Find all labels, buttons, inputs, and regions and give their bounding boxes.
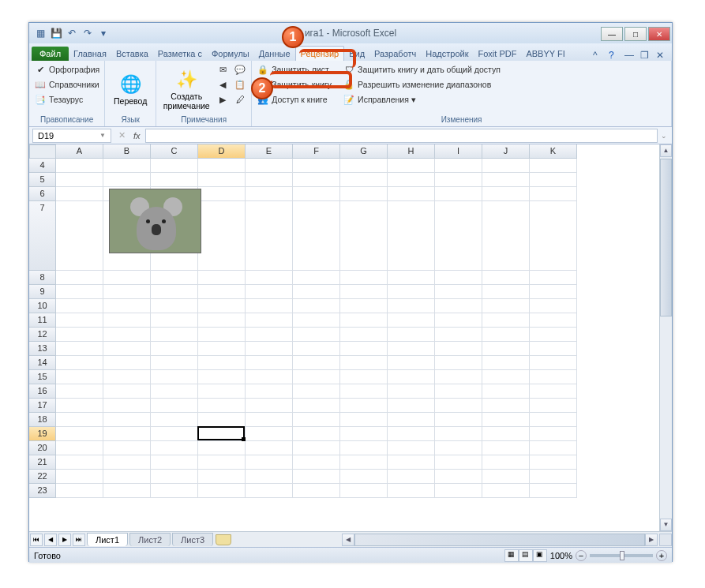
cell[interactable] bbox=[246, 399, 293, 413]
close-button[interactable]: ✕ bbox=[648, 27, 670, 41]
cell[interactable] bbox=[530, 313, 577, 328]
cell[interactable] bbox=[293, 271, 340, 285]
cell[interactable] bbox=[198, 187, 246, 201]
cell[interactable] bbox=[246, 173, 293, 187]
cell[interactable] bbox=[103, 370, 151, 384]
cell[interactable] bbox=[103, 470, 151, 484]
cell[interactable] bbox=[340, 427, 388, 441]
cell[interactable] bbox=[246, 187, 293, 201]
cell[interactable] bbox=[56, 201, 103, 271]
row-header-18[interactable]: 18 bbox=[29, 413, 56, 427]
cell[interactable] bbox=[103, 159, 151, 173]
cell[interactable] bbox=[435, 413, 482, 427]
expand-formula-icon[interactable]: ⌄ bbox=[661, 132, 672, 140]
cell[interactable] bbox=[530, 470, 577, 484]
cell[interactable] bbox=[151, 313, 198, 328]
scroll-up-button[interactable]: ▲ bbox=[660, 144, 672, 157]
cell[interactable] bbox=[246, 470, 293, 484]
cell[interactable] bbox=[56, 399, 103, 413]
cell[interactable] bbox=[340, 173, 388, 187]
cell[interactable] bbox=[56, 455, 103, 470]
next-comment-button[interactable]: ▶ bbox=[215, 92, 231, 107]
cell[interactable] bbox=[482, 299, 530, 313]
cell[interactable] bbox=[340, 313, 388, 328]
row-header-9[interactable]: 9 bbox=[29, 285, 56, 299]
cell[interactable] bbox=[482, 342, 530, 356]
cell[interactable] bbox=[103, 342, 151, 356]
hscroll-thumb[interactable] bbox=[354, 534, 645, 546]
cell[interactable] bbox=[56, 159, 103, 173]
cells-area[interactable] bbox=[56, 159, 659, 531]
cell[interactable] bbox=[56, 328, 103, 342]
cell[interactable] bbox=[246, 159, 293, 173]
cell[interactable] bbox=[435, 484, 482, 498]
cell[interactable] bbox=[198, 271, 246, 285]
cell[interactable] bbox=[103, 484, 151, 498]
minimize-button[interactable]: — bbox=[601, 27, 623, 41]
cell[interactable] bbox=[530, 455, 577, 470]
scroll-right-button[interactable]: ▶ bbox=[645, 534, 658, 546]
cell[interactable] bbox=[482, 159, 530, 173]
cell[interactable] bbox=[435, 328, 482, 342]
cell[interactable] bbox=[435, 427, 482, 441]
column-header-I[interactable]: I bbox=[435, 144, 482, 159]
cell[interactable] bbox=[482, 328, 530, 342]
cell[interactable] bbox=[151, 370, 198, 384]
cell[interactable] bbox=[198, 484, 246, 498]
cell[interactable] bbox=[435, 271, 482, 285]
cell[interactable] bbox=[340, 484, 388, 498]
cell[interactable] bbox=[388, 342, 435, 356]
cell[interactable] bbox=[340, 441, 388, 455]
cell[interactable] bbox=[56, 441, 103, 455]
cell[interactable] bbox=[293, 285, 340, 299]
cell[interactable] bbox=[198, 455, 246, 470]
delete-comment-button[interactable]: ✉ bbox=[215, 62, 231, 77]
cell[interactable] bbox=[293, 413, 340, 427]
cell[interactable] bbox=[482, 484, 530, 498]
cell[interactable] bbox=[151, 271, 198, 285]
help-icon[interactable]: ? bbox=[609, 50, 620, 61]
cell[interactable] bbox=[246, 342, 293, 356]
minimize-ribbon-icon[interactable]: ^ bbox=[593, 50, 604, 61]
row-header-19[interactable]: 19 bbox=[29, 427, 56, 441]
cell[interactable] bbox=[151, 328, 198, 342]
fx-label[interactable]: fx bbox=[133, 131, 141, 140]
cell[interactable] bbox=[530, 299, 577, 313]
cell[interactable] bbox=[151, 342, 198, 356]
tab-page-layout[interactable]: Разметка с bbox=[153, 47, 207, 61]
fill-handle[interactable] bbox=[242, 437, 246, 441]
show-ink-button[interactable]: 🖊 bbox=[232, 92, 248, 107]
sheet-next-button[interactable]: ▶ bbox=[58, 534, 71, 546]
cell[interactable] bbox=[482, 271, 530, 285]
cell[interactable] bbox=[246, 455, 293, 470]
cell[interactable] bbox=[435, 455, 482, 470]
cell[interactable] bbox=[388, 173, 435, 187]
cell[interactable] bbox=[482, 173, 530, 187]
row-header-6[interactable]: 6 bbox=[29, 187, 56, 201]
cell[interactable] bbox=[340, 201, 388, 271]
cell[interactable] bbox=[340, 455, 388, 470]
cell[interactable] bbox=[246, 271, 293, 285]
allow-ranges-button[interactable]: 🔓Разрешить изменение диапазонов bbox=[341, 77, 502, 92]
cell[interactable] bbox=[388, 299, 435, 313]
zoom-slider-knob[interactable] bbox=[620, 551, 624, 560]
tab-developer[interactable]: Разработч bbox=[369, 47, 421, 61]
cell[interactable] bbox=[388, 356, 435, 370]
row-header-13[interactable]: 13 bbox=[29, 342, 56, 356]
cell[interactable] bbox=[435, 159, 482, 173]
cell[interactable] bbox=[340, 470, 388, 484]
cell[interactable] bbox=[482, 187, 530, 201]
cell[interactable] bbox=[340, 342, 388, 356]
sheet-prev-button[interactable]: ◀ bbox=[44, 534, 57, 546]
column-header-H[interactable]: H bbox=[388, 144, 435, 159]
cell[interactable] bbox=[56, 356, 103, 370]
cell[interactable] bbox=[198, 313, 246, 328]
cell[interactable] bbox=[388, 455, 435, 470]
cell[interactable] bbox=[56, 285, 103, 299]
cell[interactable] bbox=[388, 187, 435, 201]
cancel-formula-icon[interactable]: ✕ bbox=[114, 130, 129, 140]
cell[interactable] bbox=[246, 427, 293, 441]
maximize-button[interactable]: □ bbox=[624, 27, 647, 41]
cell[interactable] bbox=[293, 384, 340, 399]
row-header-22[interactable]: 22 bbox=[29, 470, 56, 484]
